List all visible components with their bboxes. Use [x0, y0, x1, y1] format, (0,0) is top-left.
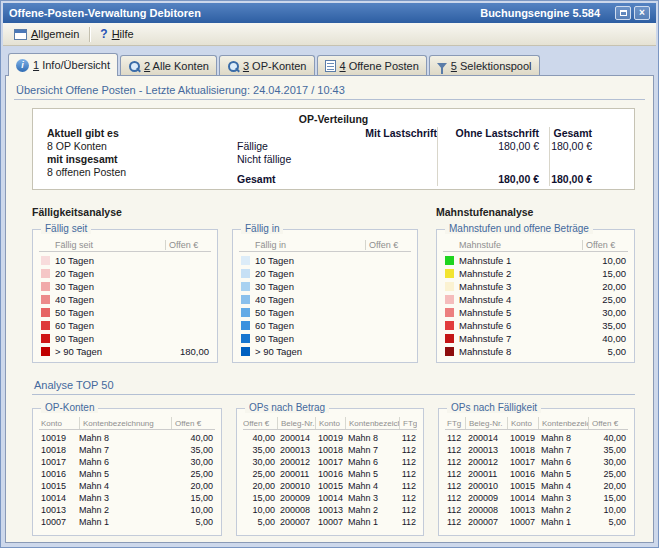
table-header: Offen € Beleg-Nr. Konto Kontenbezeichnun…: [243, 417, 417, 430]
table-row[interactable]: 10007 Mahn 1 5,00: [39, 516, 215, 528]
menu-hilfe[interactable]: ? Hilfe: [94, 25, 139, 43]
table-row[interactable]: 10,00 200008 10013 Mahn 2 112: [243, 504, 417, 516]
color-swatch: [241, 308, 250, 317]
close-icon: ×: [639, 8, 645, 18]
dist-title: OP-Verteilung: [41, 113, 626, 125]
intro-line: 8 offenen Posten: [47, 166, 237, 179]
legend-row: Mahnstufe 7 40,00: [443, 332, 628, 345]
table-row[interactable]: 112 200009 10014 Mahn 3 15,00: [445, 492, 628, 504]
tabstrip: i 1 Info/Übersicht 2 Alle Konten 3 OP-Ko…: [3, 46, 656, 75]
table-row[interactable]: 112 200012 10017 Mahn 6 30,00: [445, 456, 628, 468]
legend-row: Mahnstufe 1 10,00: [443, 254, 628, 267]
info-icon: i: [16, 59, 29, 72]
table-row[interactable]: 112 200014 10019 Mahn 8 40,00: [445, 432, 628, 444]
legend-row: Mahnstufe 2 15,00: [443, 267, 628, 280]
col-header-kontenbezeichnung: Kontenbezeichnung: [345, 417, 399, 429]
table-row[interactable]: 20,00 200010 10015 Mahn 4 112: [243, 480, 417, 492]
table-row[interactable]: 112 200013 10018 Mahn 7 35,00: [445, 444, 628, 456]
row-label: Nicht fällige: [237, 153, 342, 166]
engine-version-label: Buchungsengine 5.584: [480, 7, 600, 19]
close-button[interactable]: ×: [634, 6, 650, 20]
table-row[interactable]: 10017 Mahn 6 30,00: [39, 456, 215, 468]
dist-table: Mit Lastschrift Ohne Lastschrift Gesamt …: [237, 127, 626, 186]
legend-row: 30 Tagen: [39, 280, 211, 293]
col-header-kontenbezeichnung: Kontenbezeichnung: [79, 417, 171, 429]
color-swatch: [445, 269, 454, 278]
legend-row: > 90 Tagen 180,00: [39, 345, 211, 358]
panel-caption: OP-Konten: [41, 402, 98, 413]
overview-header: Übersicht Offene Posten - Letzte Aktuali…: [14, 82, 645, 100]
table-row[interactable]: 30,00 200012 10017 Mahn 6 112: [243, 456, 417, 468]
col-header-konto: Konto: [39, 417, 79, 429]
tab-selektionspool[interactable]: 5 Selektionspool: [429, 55, 540, 75]
table-row[interactable]: 10019 Mahn 8 40,00: [39, 432, 215, 444]
color-swatch: [445, 321, 454, 330]
faelligkeitsanalyse-title: Fälligkeitsanalyse: [32, 206, 418, 218]
search-accounts-icon: [227, 60, 239, 72]
tab-offene-posten[interactable]: 4 Offene Posten: [317, 55, 427, 75]
legend-row: Mahnstufe 6 35,00: [443, 319, 628, 332]
table-row[interactable]: 15,00 200009 10014 Mahn 3 112: [243, 492, 417, 504]
table-row[interactable]: 10013 Mahn 2 10,00: [39, 504, 215, 516]
table-row[interactable]: 35,00 200013 10018 Mahn 7 112: [243, 444, 417, 456]
restore-button[interactable]: [615, 6, 631, 20]
legend-row: > 90 Tagen: [239, 345, 411, 358]
legend-row: 40 Tagen: [239, 293, 411, 306]
top50-header: Analyse TOP 50: [32, 377, 635, 395]
color-swatch: [241, 282, 250, 291]
color-swatch: [445, 347, 454, 356]
menu-allgemein[interactable]: Allgemein: [8, 26, 85, 42]
col-header-beleg: Beleg-Nr.: [277, 417, 315, 429]
content-panel: Übersicht Offene Posten - Letzte Aktuali…: [5, 75, 654, 543]
col-header-beleg: Beleg-Nr.: [465, 417, 507, 429]
cell-gesamt-mit: [342, 173, 437, 186]
panel-caption: OPs nach Betrag: [245, 402, 329, 413]
color-swatch: [445, 334, 454, 343]
panel-caption: Mahnstufen und offene Beträge: [445, 223, 593, 234]
table-row[interactable]: 25,00 200011 10016 Mahn 5 112: [243, 468, 417, 480]
col-header-kontenbezeichnung: Kontenbezeichnung: [538, 417, 588, 429]
color-swatch: [41, 269, 50, 278]
table-row[interactable]: 10014 Mahn 3 15,00: [39, 492, 215, 504]
cell-faellige-ohne: 180,00 €: [437, 140, 549, 153]
col-header-ohne-lastschrift: Ohne Lastschrift: [437, 127, 549, 140]
col-header-offen: Offen €: [243, 417, 277, 429]
table-row[interactable]: 40,00 200014 10019 Mahn 8 112: [243, 432, 417, 444]
tab-alle-konten[interactable]: 2 Alle Konten: [120, 55, 217, 75]
legend-row: Mahnstufe 3 20,00: [443, 280, 628, 293]
panel-caption: OPs nach Fälligkeit: [447, 402, 541, 413]
table-row[interactable]: 5,00 200007 10007 Mahn 1 112: [243, 516, 417, 528]
color-swatch: [41, 334, 50, 343]
intro-line: mit insgesamt: [47, 153, 237, 166]
app-window: Offene-Posten-Verwaltung Debitoren Buchu…: [0, 0, 659, 548]
color-swatch: [241, 269, 250, 278]
table-header: FTg Beleg-Nr. Konto Kontenbezeichnung Of…: [445, 417, 628, 430]
menubar: Allgemein ? Hilfe: [3, 23, 656, 46]
legend-row: 30 Tagen: [239, 280, 411, 293]
table-row[interactable]: 112 200008 10013 Mahn 2 10,00: [445, 504, 628, 516]
form-icon: [14, 29, 27, 40]
color-swatch: [41, 347, 50, 356]
table-row[interactable]: 112 200010 10015 Mahn 4 20,00: [445, 480, 628, 492]
table-row[interactable]: 10016 Mahn 5 25,00: [39, 468, 215, 480]
ops-nach-faelligkeit-table-rows: 112 200014 10019 Mahn 8 40,00 112 200013…: [445, 432, 628, 528]
legend-row: Mahnstufe 5 30,00: [443, 306, 628, 319]
color-swatch: [41, 295, 50, 304]
table-row[interactable]: 112 200007 10007 Mahn 1 5,00: [445, 516, 628, 528]
faellig-seit-panel: Fällig seit Fällig seit Offen € 10 Tagen: [32, 229, 218, 363]
col-header-konto: Konto: [315, 417, 345, 429]
table-row[interactable]: 10015 Mahn 4 20,00: [39, 480, 215, 492]
color-swatch: [41, 256, 50, 265]
color-swatch: [241, 334, 250, 343]
table-row[interactable]: 10018 Mahn 7 35,00: [39, 444, 215, 456]
tab-op-konten[interactable]: 3 OP-Konten: [219, 55, 315, 75]
tab-info-uebersicht[interactable]: i 1 Info/Übersicht: [8, 53, 118, 76]
ops-nach-betrag-table-rows: 40,00 200014 10019 Mahn 8 112 35,00 2000…: [243, 432, 417, 528]
table-row[interactable]: 112 200011 10016 Mahn 5 25,00: [445, 468, 628, 480]
cell-nichtfaellige-gesamt: [549, 153, 626, 166]
mahnstufen-panel: Mahnstufen und offene Beträge Mahnstufe …: [436, 229, 635, 363]
titlebar: Offene-Posten-Verwaltung Debitoren Buchu…: [3, 3, 656, 23]
list-icon: [325, 60, 336, 72]
table-header: Konto Kontenbezeichnung Offen €: [39, 417, 215, 430]
col-header-konto: Konto: [507, 417, 538, 429]
